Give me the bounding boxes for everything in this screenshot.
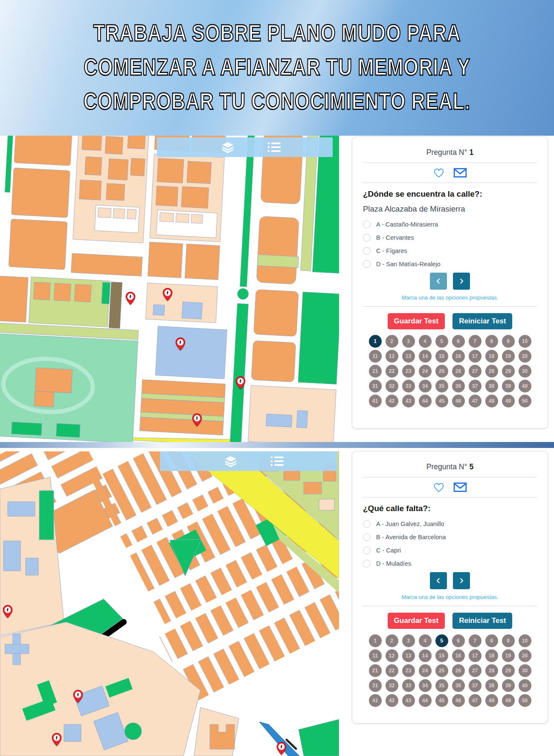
question-number-18[interactable]: 18 bbox=[485, 649, 498, 662]
question-number-19[interactable]: 19 bbox=[502, 649, 515, 662]
question-number-35[interactable]: 35 bbox=[435, 380, 448, 393]
location-pin-icon[interactable] bbox=[191, 413, 203, 427]
question-number-30[interactable]: 30 bbox=[519, 365, 531, 378]
question-number-22[interactable]: 22 bbox=[386, 664, 398, 677]
question-number-18[interactable]: 18 bbox=[485, 350, 498, 363]
radio-option-c[interactable] bbox=[363, 247, 371, 255]
question-number-17[interactable]: 17 bbox=[469, 649, 481, 662]
question-number-36[interactable]: 36 bbox=[452, 679, 465, 692]
question-number-42[interactable]: 42 bbox=[386, 694, 398, 707]
radio-option-c[interactable] bbox=[363, 547, 371, 554]
radio-option-b[interactable] bbox=[363, 533, 371, 541]
question-number-37[interactable]: 37 bbox=[469, 679, 481, 692]
question-number-50[interactable]: 50 bbox=[519, 395, 531, 407]
question-number-11[interactable]: 11 bbox=[369, 649, 382, 662]
question-number-15[interactable]: 15 bbox=[435, 649, 448, 662]
question-number-16[interactable]: 16 bbox=[452, 350, 465, 363]
question-number-24[interactable]: 24 bbox=[419, 664, 432, 677]
question-number-39[interactable]: 39 bbox=[502, 380, 515, 393]
question-number-27[interactable]: 27 bbox=[469, 365, 481, 378]
question-number-9[interactable]: 9 bbox=[502, 634, 515, 647]
question-number-46[interactable]: 46 bbox=[452, 694, 465, 707]
envelope-icon[interactable] bbox=[453, 482, 467, 492]
prev-arrow-icon[interactable] bbox=[430, 572, 447, 589]
question-number-2[interactable]: 2 bbox=[386, 335, 398, 348]
location-pin-icon[interactable] bbox=[2, 605, 13, 618]
option-d[interactable]: D - Muladíes bbox=[363, 559, 537, 568]
question-number-25[interactable]: 25 bbox=[435, 664, 448, 677]
question-number-47[interactable]: 47 bbox=[469, 395, 481, 407]
question-number-34[interactable]: 34 bbox=[419, 679, 432, 692]
question-number-6[interactable]: 6 bbox=[452, 634, 465, 647]
question-number-43[interactable]: 43 bbox=[402, 694, 415, 707]
question-number-34[interactable]: 34 bbox=[419, 380, 432, 393]
question-number-7[interactable]: 7 bbox=[469, 335, 481, 348]
question-number-14[interactable]: 14 bbox=[419, 350, 432, 363]
question-number-2[interactable]: 2 bbox=[386, 634, 398, 647]
radio-option-d[interactable] bbox=[363, 260, 371, 268]
question-number-49[interactable]: 49 bbox=[502, 395, 515, 407]
question-number-21[interactable]: 21 bbox=[369, 365, 382, 378]
location-pin-icon[interactable] bbox=[125, 291, 136, 305]
reset-test-button[interactable]: Reiniciar Test bbox=[452, 313, 512, 329]
question-number-17[interactable]: 17 bbox=[469, 350, 481, 363]
location-pin-icon[interactable] bbox=[51, 733, 62, 746]
question-number-43[interactable]: 43 bbox=[402, 395, 415, 407]
question-number-33[interactable]: 33 bbox=[402, 679, 415, 692]
question-number-20[interactable]: 20 bbox=[519, 350, 531, 363]
question-number-39[interactable]: 39 bbox=[502, 679, 515, 692]
prev-arrow-icon[interactable] bbox=[430, 273, 447, 290]
question-number-36[interactable]: 36 bbox=[452, 380, 465, 393]
question-number-22[interactable]: 22 bbox=[386, 365, 398, 378]
question-number-32[interactable]: 32 bbox=[386, 679, 398, 692]
next-arrow-icon[interactable] bbox=[453, 572, 470, 589]
list-icon[interactable] bbox=[270, 456, 284, 468]
option-b[interactable]: B - Cervantes bbox=[363, 233, 537, 242]
question-number-21[interactable]: 21 bbox=[369, 664, 382, 677]
question-number-10[interactable]: 10 bbox=[519, 335, 531, 348]
question-number-28[interactable]: 28 bbox=[485, 365, 498, 378]
question-number-44[interactable]: 44 bbox=[419, 694, 432, 707]
question-number-50[interactable]: 50 bbox=[519, 694, 531, 707]
question-number-41[interactable]: 41 bbox=[369, 694, 382, 707]
question-number-26[interactable]: 26 bbox=[452, 664, 465, 677]
question-number-44[interactable]: 44 bbox=[419, 395, 432, 407]
question-number-1[interactable]: 1 bbox=[369, 335, 382, 348]
heart-icon[interactable] bbox=[433, 482, 445, 493]
question-number-23[interactable]: 23 bbox=[402, 664, 415, 677]
question-number-31[interactable]: 31 bbox=[369, 679, 382, 692]
question-number-31[interactable]: 31 bbox=[369, 380, 382, 393]
question-number-7[interactable]: 7 bbox=[469, 634, 481, 647]
question-number-49[interactable]: 49 bbox=[502, 694, 515, 707]
question-number-45[interactable]: 45 bbox=[435, 694, 448, 707]
layers-icon[interactable] bbox=[220, 142, 235, 155]
location-pin-icon[interactable] bbox=[162, 288, 173, 301]
question-number-16[interactable]: 16 bbox=[452, 649, 465, 662]
question-number-10[interactable]: 10 bbox=[519, 634, 531, 647]
location-pin-icon[interactable] bbox=[175, 337, 186, 351]
question-number-37[interactable]: 37 bbox=[469, 380, 481, 393]
question-number-4[interactable]: 4 bbox=[419, 634, 432, 647]
question-number-41[interactable]: 41 bbox=[369, 395, 382, 407]
question-number-3[interactable]: 3 bbox=[402, 335, 415, 348]
question-number-45[interactable]: 45 bbox=[435, 395, 448, 407]
question-number-33[interactable]: 33 bbox=[402, 380, 415, 393]
radio-option-d[interactable] bbox=[363, 560, 371, 567]
question-number-8[interactable]: 8 bbox=[485, 335, 498, 348]
street-map-2[interactable] bbox=[0, 451, 339, 756]
question-number-13[interactable]: 13 bbox=[402, 350, 415, 363]
question-number-40[interactable]: 40 bbox=[519, 679, 531, 692]
street-map-1[interactable] bbox=[0, 136, 339, 442]
next-arrow-icon[interactable] bbox=[453, 273, 470, 290]
question-number-8[interactable]: 8 bbox=[485, 634, 498, 647]
layers-icon[interactable] bbox=[223, 456, 238, 469]
question-number-29[interactable]: 29 bbox=[502, 365, 515, 378]
save-test-button[interactable]: Guardar Test bbox=[388, 313, 445, 329]
question-number-47[interactable]: 47 bbox=[469, 694, 481, 707]
option-a[interactable]: A - Juan Galvez, Juanillo bbox=[363, 519, 537, 529]
question-number-5[interactable]: 5 bbox=[435, 335, 448, 348]
question-number-3[interactable]: 3 bbox=[402, 634, 415, 647]
question-number-5[interactable]: 5 bbox=[435, 634, 448, 647]
question-number-29[interactable]: 29 bbox=[502, 664, 515, 677]
reset-test-button[interactable]: Reiniciar Test bbox=[452, 613, 512, 629]
